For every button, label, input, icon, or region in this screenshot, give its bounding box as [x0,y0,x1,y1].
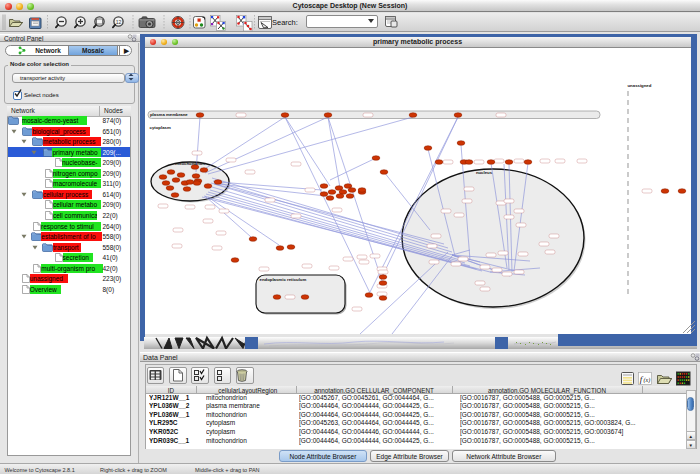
svg-text:cytoplasm: cytoplasm [150,125,171,130]
svg-text:unassigned: unassigned [628,83,652,88]
svg-text:nucleus: nucleus [476,170,493,175]
svg-text:12: 12 [116,18,122,24]
svg-text:Search:: Search: [272,17,298,26]
svg-text:mitochondrion: mitochondrion [175,161,205,166]
svg-text:(x): (x) [644,377,651,384]
svg-text:endoplasmic reticulum: endoplasmic reticulum [260,277,307,282]
svg-text:plasma membrane: plasma membrane [150,112,188,117]
